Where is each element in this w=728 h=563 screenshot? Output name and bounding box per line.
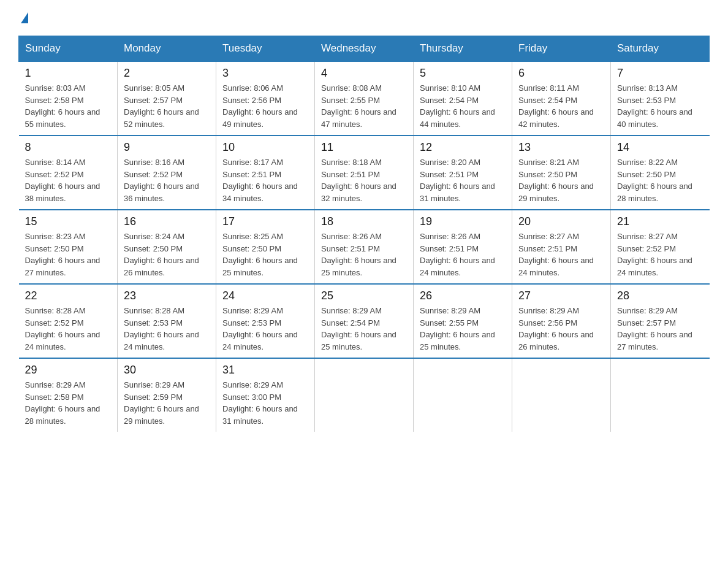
calendar-cell: 8Sunrise: 8:14 AMSunset: 2:52 PMDaylight… <box>19 136 118 210</box>
day-number: 9 <box>124 141 210 154</box>
day-number: 16 <box>124 215 210 228</box>
calendar-cell <box>611 358 710 432</box>
day-info: Sunrise: 8:27 AMSunset: 2:52 PMDaylight:… <box>617 231 703 278</box>
day-header-thursday: Thursday <box>414 36 512 62</box>
calendar-cell <box>414 358 512 432</box>
calendar-table: SundayMondayTuesdayWednesdayThursdayFrid… <box>18 36 710 432</box>
day-header-saturday: Saturday <box>611 36 710 62</box>
day-info: Sunrise: 8:29 AMSunset: 2:53 PMDaylight:… <box>222 305 308 353</box>
calendar-cell: 26Sunrise: 8:29 AMSunset: 2:55 PMDayligh… <box>414 284 512 358</box>
day-header-friday: Friday <box>512 36 611 62</box>
calendar-cell: 2Sunrise: 8:05 AMSunset: 2:57 PMDaylight… <box>118 61 216 136</box>
calendar-cell: 15Sunrise: 8:23 AMSunset: 2:50 PMDayligh… <box>19 210 118 284</box>
calendar-cell: 23Sunrise: 8:28 AMSunset: 2:53 PMDayligh… <box>118 284 216 358</box>
day-number: 6 <box>518 67 604 80</box>
day-header-wednesday: Wednesday <box>315 36 414 62</box>
calendar-cell: 7Sunrise: 8:13 AMSunset: 2:53 PMDaylight… <box>611 61 710 136</box>
day-number: 3 <box>222 67 308 80</box>
day-number: 15 <box>25 215 112 228</box>
calendar-cell: 20Sunrise: 8:27 AMSunset: 2:51 PMDayligh… <box>512 210 611 284</box>
week-row-4: 22Sunrise: 8:28 AMSunset: 2:52 PMDayligh… <box>19 284 710 358</box>
day-number: 7 <box>617 67 703 80</box>
logo <box>18 12 28 23</box>
calendar-cell: 5Sunrise: 8:10 AMSunset: 2:54 PMDaylight… <box>414 61 512 136</box>
day-info: Sunrise: 8:03 AMSunset: 2:58 PMDaylight:… <box>25 82 112 130</box>
day-number: 27 <box>518 289 604 302</box>
week-row-2: 8Sunrise: 8:14 AMSunset: 2:52 PMDaylight… <box>19 136 710 210</box>
day-info: Sunrise: 8:29 AMSunset: 2:56 PMDaylight:… <box>518 305 604 353</box>
week-row-1: 1Sunrise: 8:03 AMSunset: 2:58 PMDaylight… <box>19 61 710 136</box>
calendar-cell: 28Sunrise: 8:29 AMSunset: 2:57 PMDayligh… <box>611 284 710 358</box>
day-number: 1 <box>25 67 112 80</box>
day-info: Sunrise: 8:14 AMSunset: 2:52 PMDaylight:… <box>25 156 112 204</box>
day-info: Sunrise: 8:16 AMSunset: 2:52 PMDaylight:… <box>124 156 210 204</box>
calendar-cell: 18Sunrise: 8:26 AMSunset: 2:51 PMDayligh… <box>315 210 414 284</box>
day-number: 25 <box>321 289 407 302</box>
day-number: 13 <box>518 141 604 154</box>
calendar-cell: 24Sunrise: 8:29 AMSunset: 2:53 PMDayligh… <box>216 284 315 358</box>
day-number: 4 <box>321 67 407 80</box>
day-number: 17 <box>222 215 308 228</box>
logo-triangle-icon <box>21 12 28 23</box>
day-info: Sunrise: 8:25 AMSunset: 2:50 PMDaylight:… <box>222 231 308 278</box>
day-info: Sunrise: 8:05 AMSunset: 2:57 PMDaylight:… <box>124 82 210 130</box>
week-row-5: 29Sunrise: 8:29 AMSunset: 2:58 PMDayligh… <box>19 358 710 432</box>
day-number: 23 <box>124 289 210 302</box>
day-info: Sunrise: 8:29 AMSunset: 2:59 PMDaylight:… <box>124 379 210 427</box>
day-info: Sunrise: 8:26 AMSunset: 2:51 PMDaylight:… <box>321 231 407 278</box>
day-info: Sunrise: 8:29 AMSunset: 2:57 PMDaylight:… <box>617 305 703 353</box>
day-number: 22 <box>25 289 112 302</box>
day-number: 8 <box>25 141 112 154</box>
calendar-cell: 9Sunrise: 8:16 AMSunset: 2:52 PMDaylight… <box>118 136 216 210</box>
day-info: Sunrise: 8:24 AMSunset: 2:50 PMDaylight:… <box>124 231 210 278</box>
calendar-cell: 12Sunrise: 8:20 AMSunset: 2:51 PMDayligh… <box>414 136 512 210</box>
day-info: Sunrise: 8:22 AMSunset: 2:50 PMDaylight:… <box>617 156 703 204</box>
day-number: 19 <box>420 215 506 228</box>
day-info: Sunrise: 8:26 AMSunset: 2:51 PMDaylight:… <box>420 231 506 278</box>
day-header-sunday: Sunday <box>19 36 118 62</box>
day-number: 31 <box>222 364 308 377</box>
calendar-cell: 17Sunrise: 8:25 AMSunset: 2:50 PMDayligh… <box>216 210 315 284</box>
day-info: Sunrise: 8:28 AMSunset: 2:53 PMDaylight:… <box>124 305 210 353</box>
calendar-cell: 3Sunrise: 8:06 AMSunset: 2:56 PMDaylight… <box>216 61 315 136</box>
day-header-tuesday: Tuesday <box>216 36 315 62</box>
day-info: Sunrise: 8:21 AMSunset: 2:50 PMDaylight:… <box>518 156 604 204</box>
day-number: 12 <box>420 141 506 154</box>
day-info: Sunrise: 8:11 AMSunset: 2:54 PMDaylight:… <box>518 82 604 130</box>
calendar-cell: 25Sunrise: 8:29 AMSunset: 2:54 PMDayligh… <box>315 284 414 358</box>
day-number: 10 <box>222 141 308 154</box>
day-info: Sunrise: 8:17 AMSunset: 2:51 PMDaylight:… <box>222 156 308 204</box>
day-number: 2 <box>124 67 210 80</box>
calendar-cell: 29Sunrise: 8:29 AMSunset: 2:58 PMDayligh… <box>19 358 118 432</box>
day-info: Sunrise: 8:18 AMSunset: 2:51 PMDaylight:… <box>321 156 407 204</box>
day-info: Sunrise: 8:10 AMSunset: 2:54 PMDaylight:… <box>420 82 506 130</box>
page-header <box>18 12 710 23</box>
day-number: 24 <box>222 289 308 302</box>
day-number: 30 <box>124 364 210 377</box>
day-number: 20 <box>518 215 604 228</box>
logo-blue <box>18 12 28 23</box>
day-info: Sunrise: 8:29 AMSunset: 2:54 PMDaylight:… <box>321 305 407 353</box>
day-info: Sunrise: 8:13 AMSunset: 2:53 PMDaylight:… <box>617 82 703 130</box>
calendar-cell: 21Sunrise: 8:27 AMSunset: 2:52 PMDayligh… <box>611 210 710 284</box>
day-info: Sunrise: 8:28 AMSunset: 2:52 PMDaylight:… <box>25 305 112 353</box>
day-info: Sunrise: 8:29 AMSunset: 2:55 PMDaylight:… <box>420 305 506 353</box>
day-number: 18 <box>321 215 407 228</box>
day-info: Sunrise: 8:06 AMSunset: 2:56 PMDaylight:… <box>222 82 308 130</box>
day-header-monday: Monday <box>118 36 216 62</box>
calendar-cell: 14Sunrise: 8:22 AMSunset: 2:50 PMDayligh… <box>611 136 710 210</box>
day-info: Sunrise: 8:23 AMSunset: 2:50 PMDaylight:… <box>25 231 112 278</box>
day-info: Sunrise: 8:20 AMSunset: 2:51 PMDaylight:… <box>420 156 506 204</box>
day-info: Sunrise: 8:29 AMSunset: 3:00 PMDaylight:… <box>222 379 308 427</box>
calendar-cell: 16Sunrise: 8:24 AMSunset: 2:50 PMDayligh… <box>118 210 216 284</box>
day-number: 28 <box>617 289 703 302</box>
calendar-cell: 4Sunrise: 8:08 AMSunset: 2:55 PMDaylight… <box>315 61 414 136</box>
day-info: Sunrise: 8:29 AMSunset: 2:58 PMDaylight:… <box>25 379 112 427</box>
day-number: 11 <box>321 141 407 154</box>
calendar-cell: 10Sunrise: 8:17 AMSunset: 2:51 PMDayligh… <box>216 136 315 210</box>
calendar-cell: 13Sunrise: 8:21 AMSunset: 2:50 PMDayligh… <box>512 136 611 210</box>
day-number: 26 <box>420 289 506 302</box>
calendar-cell: 30Sunrise: 8:29 AMSunset: 2:59 PMDayligh… <box>118 358 216 432</box>
calendar-cell: 22Sunrise: 8:28 AMSunset: 2:52 PMDayligh… <box>19 284 118 358</box>
calendar-cell <box>512 358 611 432</box>
